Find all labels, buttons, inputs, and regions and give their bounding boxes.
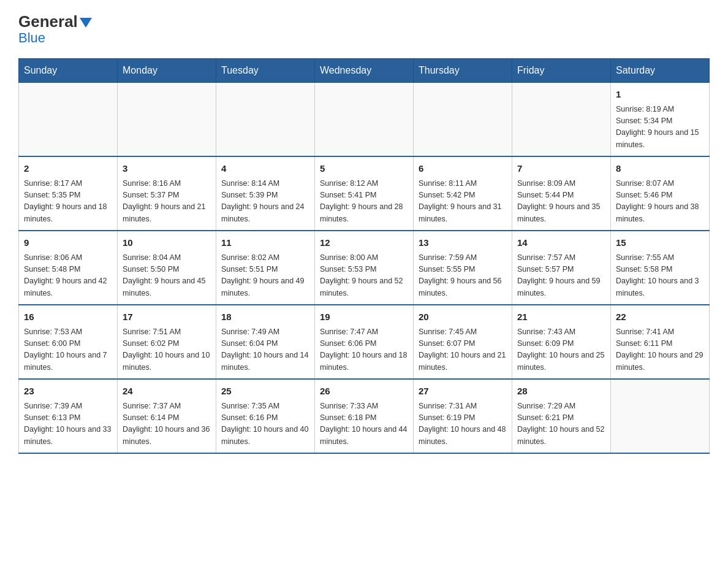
col-friday: Friday: [512, 59, 611, 83]
day-info: Sunrise: 7:57 AMSunset: 5:57 PMDaylight:…: [517, 252, 605, 300]
day-number: 3: [123, 162, 211, 176]
day-number: 11: [221, 236, 309, 250]
day-info: Sunrise: 7:31 AMSunset: 6:19 PMDaylight:…: [419, 400, 507, 448]
calendar-day-cell: 4Sunrise: 8:14 AMSunset: 5:39 PMDaylight…: [216, 156, 315, 231]
calendar-day-cell: 1Sunrise: 8:19 AMSunset: 5:34 PMDaylight…: [611, 83, 710, 157]
day-number: 15: [616, 236, 704, 250]
calendar-day-cell: 3Sunrise: 8:16 AMSunset: 5:37 PMDaylight…: [118, 156, 216, 231]
day-number: 8: [616, 162, 704, 176]
day-info: Sunrise: 7:39 AMSunset: 6:13 PMDaylight:…: [24, 400, 112, 448]
day-number: 2: [24, 162, 112, 176]
day-number: 25: [221, 385, 309, 399]
day-number: 23: [24, 385, 112, 399]
calendar-day-cell: 8Sunrise: 8:07 AMSunset: 5:46 PMDaylight…: [611, 156, 710, 231]
calendar-table: Sunday Monday Tuesday Wednesday Thursday…: [18, 58, 710, 454]
calendar-day-cell: 19Sunrise: 7:47 AMSunset: 6:06 PMDayligh…: [315, 305, 414, 379]
col-sunday: Sunday: [19, 59, 118, 83]
day-info: Sunrise: 7:59 AMSunset: 5:55 PMDaylight:…: [419, 252, 507, 300]
calendar-day-cell: 14Sunrise: 7:57 AMSunset: 5:57 PMDayligh…: [512, 231, 611, 305]
day-info: Sunrise: 8:04 AMSunset: 5:50 PMDaylight:…: [123, 252, 211, 300]
day-number: 24: [123, 385, 211, 399]
day-info: Sunrise: 8:07 AMSunset: 5:46 PMDaylight:…: [616, 178, 704, 226]
day-number: 22: [616, 310, 704, 324]
calendar-day-cell: 15Sunrise: 7:55 AMSunset: 5:58 PMDayligh…: [611, 231, 710, 305]
calendar-day-cell: 11Sunrise: 8:02 AMSunset: 5:51 PMDayligh…: [216, 231, 315, 305]
day-info: Sunrise: 8:06 AMSunset: 5:48 PMDaylight:…: [24, 252, 112, 300]
calendar-day-cell: 16Sunrise: 7:53 AMSunset: 6:00 PMDayligh…: [19, 305, 118, 379]
day-info: Sunrise: 7:53 AMSunset: 6:00 PMDaylight:…: [24, 326, 112, 374]
day-info: Sunrise: 7:49 AMSunset: 6:04 PMDaylight:…: [221, 326, 309, 374]
day-number: 6: [419, 162, 507, 176]
calendar-day-cell: 22Sunrise: 7:41 AMSunset: 6:11 PMDayligh…: [611, 305, 710, 379]
day-number: 17: [123, 310, 211, 324]
calendar-day-cell: 25Sunrise: 7:35 AMSunset: 6:16 PMDayligh…: [216, 379, 315, 453]
day-number: 12: [320, 236, 408, 250]
day-info: Sunrise: 8:14 AMSunset: 5:39 PMDaylight:…: [221, 178, 309, 226]
calendar-day-cell: 18Sunrise: 7:49 AMSunset: 6:04 PMDayligh…: [216, 305, 315, 379]
day-number: 28: [517, 385, 605, 399]
calendar-day-cell: 6Sunrise: 8:11 AMSunset: 5:42 PMDaylight…: [414, 156, 512, 231]
day-number: 27: [419, 385, 507, 399]
calendar-day-cell: [414, 83, 512, 157]
calendar-day-cell: 24Sunrise: 7:37 AMSunset: 6:14 PMDayligh…: [118, 379, 216, 453]
day-info: Sunrise: 7:47 AMSunset: 6:06 PMDaylight:…: [320, 326, 408, 374]
calendar-day-cell: 5Sunrise: 8:12 AMSunset: 5:41 PMDaylight…: [315, 156, 414, 231]
day-info: Sunrise: 7:51 AMSunset: 6:02 PMDaylight:…: [123, 326, 211, 374]
calendar-header-row: Sunday Monday Tuesday Wednesday Thursday…: [19, 59, 710, 83]
day-info: Sunrise: 8:02 AMSunset: 5:51 PMDaylight:…: [221, 252, 309, 300]
day-info: Sunrise: 7:55 AMSunset: 5:58 PMDaylight:…: [616, 252, 704, 300]
day-info: Sunrise: 7:33 AMSunset: 6:18 PMDaylight:…: [320, 400, 408, 448]
day-info: Sunrise: 8:11 AMSunset: 5:42 PMDaylight:…: [419, 178, 507, 226]
calendar-day-cell: 9Sunrise: 8:06 AMSunset: 5:48 PMDaylight…: [19, 231, 118, 305]
day-info: Sunrise: 7:45 AMSunset: 6:07 PMDaylight:…: [419, 326, 507, 374]
day-info: Sunrise: 7:41 AMSunset: 6:11 PMDaylight:…: [616, 326, 704, 374]
day-info: Sunrise: 7:35 AMSunset: 6:16 PMDaylight:…: [221, 400, 309, 448]
calendar-day-cell: 27Sunrise: 7:31 AMSunset: 6:19 PMDayligh…: [414, 379, 512, 453]
day-info: Sunrise: 8:19 AMSunset: 5:34 PMDaylight:…: [616, 104, 704, 151]
calendar-week-row: 9Sunrise: 8:06 AMSunset: 5:48 PMDaylight…: [19, 231, 710, 305]
day-info: Sunrise: 8:00 AMSunset: 5:53 PMDaylight:…: [320, 252, 408, 300]
day-number: 5: [320, 162, 408, 176]
day-number: 9: [24, 236, 112, 250]
day-number: 1: [616, 88, 704, 102]
calendar-day-cell: [512, 83, 611, 157]
col-wednesday: Wednesday: [315, 59, 414, 83]
day-number: 13: [419, 236, 507, 250]
day-number: 7: [517, 162, 605, 176]
page-header: General Blue: [18, 12, 710, 46]
day-info: Sunrise: 7:37 AMSunset: 6:14 PMDaylight:…: [123, 400, 211, 448]
day-info: Sunrise: 8:12 AMSunset: 5:41 PMDaylight:…: [320, 178, 408, 226]
calendar-day-cell: [216, 83, 315, 157]
calendar-day-cell: 20Sunrise: 7:45 AMSunset: 6:07 PMDayligh…: [414, 305, 512, 379]
day-number: 4: [221, 162, 309, 176]
calendar-day-cell: 12Sunrise: 8:00 AMSunset: 5:53 PMDayligh…: [315, 231, 414, 305]
calendar-week-row: 1Sunrise: 8:19 AMSunset: 5:34 PMDaylight…: [19, 83, 710, 157]
day-info: Sunrise: 8:17 AMSunset: 5:35 PMDaylight:…: [24, 178, 112, 226]
calendar-day-cell: 7Sunrise: 8:09 AMSunset: 5:44 PMDaylight…: [512, 156, 611, 231]
calendar-week-row: 2Sunrise: 8:17 AMSunset: 5:35 PMDaylight…: [19, 156, 710, 231]
day-info: Sunrise: 8:16 AMSunset: 5:37 PMDaylight:…: [123, 178, 211, 226]
calendar-day-cell: 21Sunrise: 7:43 AMSunset: 6:09 PMDayligh…: [512, 305, 611, 379]
logo-text: General: [18, 12, 92, 31]
calendar-day-cell: 28Sunrise: 7:29 AMSunset: 6:21 PMDayligh…: [512, 379, 611, 453]
calendar-day-cell: 2Sunrise: 8:17 AMSunset: 5:35 PMDaylight…: [19, 156, 118, 231]
col-monday: Monday: [118, 59, 216, 83]
day-number: 26: [320, 385, 408, 399]
logo-general: General: [18, 12, 78, 31]
day-number: 18: [221, 310, 309, 324]
day-info: Sunrise: 7:43 AMSunset: 6:09 PMDaylight:…: [517, 326, 605, 374]
calendar-day-cell: [19, 83, 118, 157]
col-tuesday: Tuesday: [216, 59, 315, 83]
day-number: 10: [123, 236, 211, 250]
day-number: 20: [419, 310, 507, 324]
calendar-day-cell: 26Sunrise: 7:33 AMSunset: 6:18 PMDayligh…: [315, 379, 414, 453]
calendar-day-cell: [611, 379, 710, 453]
calendar-day-cell: 13Sunrise: 7:59 AMSunset: 5:55 PMDayligh…: [414, 231, 512, 305]
calendar-day-cell: [118, 83, 216, 157]
calendar-day-cell: 10Sunrise: 8:04 AMSunset: 5:50 PMDayligh…: [118, 231, 216, 305]
day-number: 19: [320, 310, 408, 324]
calendar-day-cell: 23Sunrise: 7:39 AMSunset: 6:13 PMDayligh…: [19, 379, 118, 453]
calendar-week-row: 23Sunrise: 7:39 AMSunset: 6:13 PMDayligh…: [19, 379, 710, 453]
calendar-day-cell: [315, 83, 414, 157]
logo: General Blue: [18, 12, 92, 46]
